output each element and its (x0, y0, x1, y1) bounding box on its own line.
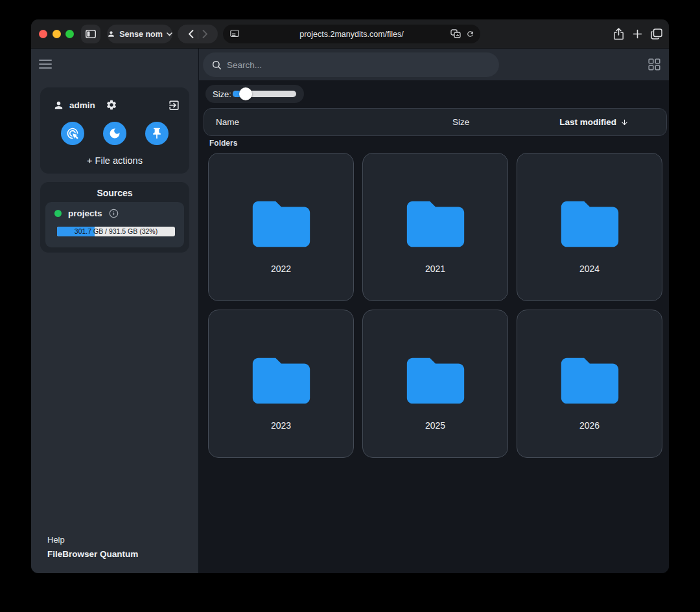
close-window-button[interactable] (39, 30, 47, 38)
info-icon[interactable] (109, 209, 119, 218)
person-icon (107, 30, 115, 38)
click-cursor-icon (66, 127, 79, 140)
search-band (199, 49, 669, 80)
zoom-window-button[interactable] (65, 30, 74, 38)
pin-icon (150, 127, 163, 140)
folders-section-label: Folders (209, 139, 237, 148)
size-slider-label: Size: (213, 89, 231, 99)
folder-card[interactable]: 2021 (362, 153, 508, 301)
source-name: projects (68, 209, 102, 218)
traffic-lights (39, 30, 74, 38)
sidebar-toggle-button[interactable] (81, 25, 100, 43)
chevron-down-icon (167, 32, 172, 36)
folder-icon (401, 346, 470, 415)
user-card: admin (40, 87, 189, 174)
search-icon (212, 60, 222, 70)
sort-desc-arrow-icon (620, 118, 629, 127)
reload-icon[interactable] (466, 30, 474, 38)
size-slider[interactable] (233, 91, 296, 97)
folder-card[interactable]: 2022 (208, 153, 354, 301)
search-bar[interactable] (203, 52, 499, 77)
size-slider-thumb[interactable] (239, 87, 252, 100)
size-slider-fill (233, 91, 246, 97)
file-actions-button[interactable]: + File actions (40, 155, 189, 166)
source-status-dot (54, 210, 62, 217)
folder-name: 2023 (271, 420, 291, 431)
new-tab-icon[interactable] (633, 29, 642, 39)
folder-name: 2024 (579, 264, 600, 274)
sources-card: Sources projects 301.7 GB / 931.5 GB (32… (40, 182, 189, 253)
folder-card[interactable]: 2024 (517, 153, 662, 301)
file-listing-area: Size: Name Size Last modified (198, 49, 669, 573)
single-click-toggle-button[interactable] (61, 122, 84, 145)
nav-divider (198, 30, 198, 39)
folder-card[interactable]: 2026 (517, 310, 662, 458)
pin-sidebar-button[interactable] (145, 122, 169, 145)
sources-title: Sources (40, 182, 189, 198)
folder-name: 2021 (425, 264, 445, 274)
storage-usage-text: 301.7 GB / 931.5 GB (32%) (57, 227, 175, 236)
folder-icon (247, 346, 316, 415)
folder-grid: 2022 2021 2024 2023 (208, 153, 662, 458)
column-size[interactable]: Size (452, 117, 469, 127)
folder-card[interactable]: 2025 (362, 310, 508, 458)
folder-name: 2026 (579, 420, 600, 431)
app-name: FileBrowser Quantum (47, 549, 138, 559)
search-input[interactable] (227, 60, 490, 70)
settings-gear-icon[interactable] (106, 99, 117, 111)
share-icon[interactable] (613, 28, 624, 40)
column-name[interactable]: Name (216, 117, 239, 127)
folder-name: 2022 (271, 264, 291, 274)
folder-icon (247, 190, 316, 258)
listing-header: Name Size Last modified (204, 108, 667, 136)
browser-window: Sense nom projects.2manydits.com/files/ (31, 19, 669, 573)
column-last-modified[interactable]: Last modified (559, 117, 629, 127)
profile-name: Sense nom (119, 30, 163, 39)
address-bar[interactable]: projects.2manydits.com/files/ (223, 25, 480, 43)
browser-chrome: Sense nom projects.2manydits.com/files/ (31, 19, 669, 49)
user-icon (53, 100, 64, 111)
forward-button[interactable] (202, 30, 208, 38)
url-text: projects.2manydits.com/files/ (223, 30, 480, 39)
hamburger-menu-icon[interactable] (39, 60, 52, 69)
source-item-projects[interactable]: projects 301.7 GB / 931.5 GB (32%) (45, 202, 184, 247)
user-name: admin (69, 100, 95, 110)
folder-icon (401, 190, 470, 258)
sidebar-icon (86, 30, 96, 38)
app-sidebar: admin (31, 49, 198, 573)
dark-mode-toggle-button[interactable] (103, 122, 126, 145)
folder-name: 2025 (425, 420, 445, 431)
tab-overview-icon[interactable] (651, 28, 662, 40)
storage-usage-bar: 301.7 GB / 931.5 GB (32%) (57, 227, 175, 236)
grid-view-icon[interactable] (648, 58, 660, 71)
profile-menu-button[interactable]: Sense nom (107, 25, 172, 43)
size-slider-control: Size: (205, 85, 304, 103)
folder-icon (555, 346, 624, 415)
folder-card[interactable]: 2023 (208, 310, 354, 458)
help-link[interactable]: Help (47, 535, 138, 545)
folder-icon (555, 190, 624, 258)
moon-icon (108, 127, 121, 140)
navigation-buttons (178, 25, 218, 43)
logout-icon[interactable] (168, 99, 180, 111)
translate-icon[interactable] (450, 29, 461, 38)
back-button[interactable] (188, 30, 194, 38)
minimize-window-button[interactable] (52, 30, 61, 38)
